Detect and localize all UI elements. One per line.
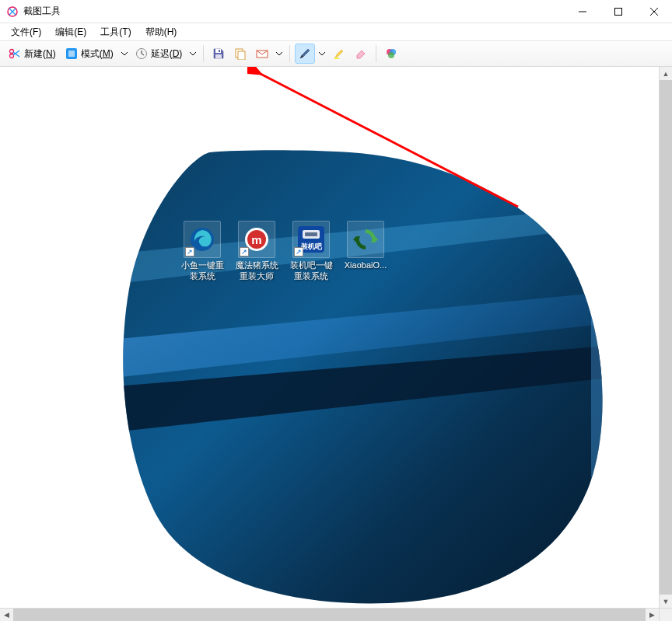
scroll-track[interactable]	[13, 609, 646, 622]
menubar: 文件(F) 编辑(E) 工具(T) 帮助(H)	[0, 23, 672, 40]
menu-help[interactable]: 帮助(H)	[139, 24, 184, 40]
mode-button[interactable]: 模式(M)	[61, 44, 117, 64]
scroll-right-arrow[interactable]: ▶	[646, 609, 659, 622]
clock-icon	[135, 47, 148, 60]
chevron-down-icon	[121, 52, 128, 56]
shortcut-arrow-icon: ↗	[240, 247, 249, 256]
save-icon	[212, 47, 225, 60]
toolbar-separator	[203, 45, 204, 62]
icon-label: 小鱼一键重装系统	[177, 260, 227, 282]
desktop-icons: ↗ 小鱼一键重装系统 m ↗ 魔法猪系统重装大师 装机吧	[179, 221, 389, 282]
maximize-button[interactable]	[600, 0, 636, 23]
shortcut-arrow-icon: ↗	[185, 247, 194, 256]
horizontal-scrollbar[interactable]: ◀ ▶	[0, 608, 672, 621]
desktop-icon[interactable]: XiaobaiO...	[342, 221, 389, 282]
scissors-icon	[9, 47, 21, 60]
copy-icon	[234, 47, 247, 60]
icon-label: 魔法猪系统重装大师	[232, 260, 282, 282]
mode-dropdown[interactable]	[119, 44, 130, 64]
pen-button[interactable]	[295, 44, 315, 64]
new-label: 新建(N)	[24, 47, 56, 61]
svg-rect-16	[219, 50, 220, 52]
canvas-area[interactable]: ↗ 小鱼一键重装系统 m ↗ 魔法猪系统重装大师 装机吧	[0, 67, 672, 609]
scroll-left-arrow[interactable]: ◀	[0, 609, 13, 622]
svg-point-23	[388, 52, 394, 58]
desktop-icon[interactable]: 装机吧 ↗ 装机吧一键重装系统	[288, 221, 334, 282]
scroll-track[interactable]	[660, 80, 673, 595]
eraser-button[interactable]	[351, 44, 371, 64]
scroll-thumb[interactable]	[13, 609, 646, 622]
mode-label: 模式(M)	[81, 47, 114, 61]
highlighter-button[interactable]	[329, 44, 349, 64]
svg-rect-15	[215, 54, 222, 58]
minimize-button[interactable]	[565, 0, 600, 23]
highlighter-icon	[333, 47, 345, 60]
toolbar: 新建(N) 模式(M) 延迟(D)	[0, 40, 672, 67]
scroll-up-arrow[interactable]: ▲	[660, 67, 673, 80]
svg-rect-18	[238, 51, 245, 60]
svg-rect-25	[591, 242, 607, 506]
toolbar-separator	[376, 45, 376, 62]
menu-tools[interactable]: 工具(T)	[94, 24, 137, 40]
snip-freeform-shape	[117, 148, 607, 607]
chevron-down-icon	[276, 52, 282, 56]
copy-button[interactable]	[230, 44, 250, 64]
desktop-icon[interactable]: m ↗ 魔法猪系统重装大师	[233, 221, 280, 282]
send-dropdown[interactable]	[274, 44, 285, 64]
pen-dropdown[interactable]	[317, 44, 327, 64]
titlebar: 截图工具	[0, 0, 672, 23]
delay-dropdown[interactable]	[187, 44, 198, 64]
chevron-down-icon	[190, 52, 196, 56]
window-title: 截图工具	[23, 5, 61, 18]
svg-text:m: m	[251, 233, 261, 246]
svg-rect-32	[305, 232, 317, 236]
svg-point-6	[10, 54, 14, 58]
paint3d-icon	[385, 47, 397, 60]
menu-edit[interactable]: 编辑(E)	[49, 24, 93, 40]
sync-icon	[352, 225, 380, 253]
close-button[interactable]	[636, 0, 672, 23]
svg-rect-2	[615, 8, 622, 15]
mode-icon	[65, 47, 78, 60]
scroll-corner	[659, 609, 672, 622]
desktop-icon[interactable]: ↗ 小鱼一键重装系统	[179, 221, 226, 282]
svg-rect-20	[334, 58, 339, 59]
save-button[interactable]	[208, 44, 229, 64]
chevron-down-icon	[319, 52, 325, 56]
eraser-icon	[355, 47, 367, 60]
icon-label: 装机吧一键重装系统	[286, 260, 336, 282]
paint3d-button[interactable]	[381, 44, 401, 64]
send-button[interactable]	[252, 44, 272, 64]
svg-rect-10	[68, 51, 75, 57]
svg-point-5	[10, 50, 14, 54]
scroll-down-arrow[interactable]: ▼	[660, 595, 673, 608]
scroll-thumb[interactable]	[660, 80, 673, 595]
pen-icon	[299, 47, 311, 60]
menu-file[interactable]: 文件(F)	[5, 24, 47, 40]
shortcut-arrow-icon: ↗	[294, 247, 303, 256]
toolbar-separator	[289, 45, 290, 62]
delay-button[interactable]: 延迟(D)	[131, 44, 187, 64]
vertical-scrollbar[interactable]: ▲ ▼	[659, 67, 672, 608]
icon-label: XiaobaiO...	[341, 260, 390, 270]
new-snip-button[interactable]: 新建(N)	[5, 44, 60, 64]
app-icon	[6, 5, 19, 18]
delay-label: 延迟(D)	[151, 47, 183, 61]
mail-icon	[256, 47, 268, 60]
